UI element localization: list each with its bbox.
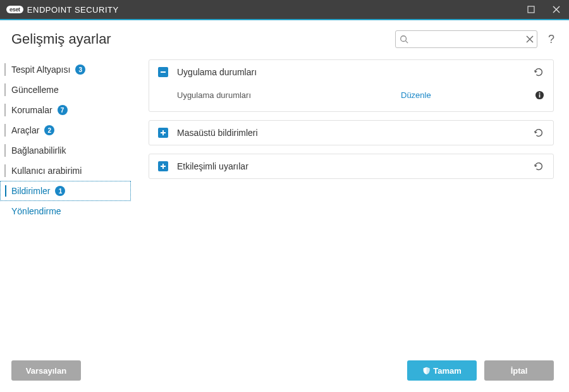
svg-rect-0 xyxy=(528,6,534,13)
footer: Varsayılan Tamam İptal xyxy=(0,352,569,392)
undo-icon xyxy=(533,161,544,172)
close-button[interactable] xyxy=(544,0,569,19)
cancel-button[interactable]: İptal xyxy=(484,360,554,381)
sidebar-item-araclar[interactable]: Araçlar 2 xyxy=(0,120,131,140)
help-button[interactable]: ? xyxy=(545,33,558,46)
panel-header[interactable]: Masaüstü bildirimleri xyxy=(149,121,553,145)
panel-masaustu-bildirimleri: Masaüstü bildirimleri xyxy=(149,120,554,145)
titlebar: eset ENDPOINT SECURITY xyxy=(0,0,569,19)
search-input[interactable] xyxy=(395,30,537,48)
ok-button-label: Tamam xyxy=(433,366,462,376)
content-area: Uygulama durumları Uygulama durumları Dü… xyxy=(136,53,569,352)
sidebar-item-guncelleme[interactable]: Güncelleme xyxy=(0,80,131,100)
sidebar: Tespit Altyapısı 3 Güncelleme Korumalar … xyxy=(0,53,136,352)
undo-icon xyxy=(533,127,544,138)
sidebar-item-label: Kullanıcı arabirimi xyxy=(11,166,82,176)
info-icon xyxy=(535,90,544,100)
panel-body: Uygulama durumları Düzenle xyxy=(149,84,553,111)
setting-label: Uygulama durumları xyxy=(177,90,393,100)
page-title: Gelişmiş ayarlar xyxy=(11,31,395,47)
edit-link[interactable]: Düzenle xyxy=(401,90,527,100)
sidebar-item-label: Güncelleme xyxy=(11,85,59,95)
info-button[interactable] xyxy=(535,90,544,100)
close-icon xyxy=(553,6,560,13)
brand: eset ENDPOINT SECURITY xyxy=(6,5,119,15)
shield-icon xyxy=(422,367,431,375)
minus-icon xyxy=(160,69,166,75)
sidebar-item-label: Yönlendirme xyxy=(11,206,61,216)
panel-uygulama-durumlari: Uygulama durumları Uygulama durumları Dü… xyxy=(149,59,554,112)
maximize-button[interactable] xyxy=(518,0,544,19)
header-row: Gelişmiş ayarlar ? xyxy=(0,20,569,53)
svg-line-4 xyxy=(406,41,408,44)
search-clear-button[interactable] xyxy=(526,35,534,43)
search-icon xyxy=(400,35,408,44)
maximize-icon xyxy=(527,6,535,13)
sidebar-badge: 7 xyxy=(58,105,68,115)
plus-icon xyxy=(160,163,166,169)
expand-toggle[interactable] xyxy=(158,161,168,171)
sidebar-item-kullanici-arabirimi[interactable]: Kullanıcı arabirimi xyxy=(0,161,131,181)
svg-point-3 xyxy=(401,36,407,42)
collapse-toggle[interactable] xyxy=(158,67,168,77)
panel-etkilesimli-uyarilar: Etkileşimli uyarılar xyxy=(149,154,554,179)
sidebar-badge: 3 xyxy=(75,64,85,75)
plus-icon xyxy=(160,130,166,136)
undo-button[interactable] xyxy=(533,161,544,172)
sidebar-item-tespit-altyapisi[interactable]: Tespit Altyapısı 3 xyxy=(0,59,131,80)
undo-button[interactable] xyxy=(533,66,544,78)
sidebar-item-label: Korumalar xyxy=(11,105,52,115)
sidebar-item-label: Bağlanabilirlik xyxy=(11,145,66,156)
panel-title: Masaüstü bildirimleri xyxy=(177,128,524,138)
ok-button[interactable]: Tamam xyxy=(407,360,477,381)
sidebar-badge: 1 xyxy=(55,186,65,196)
svg-point-10 xyxy=(539,92,540,94)
undo-icon xyxy=(533,66,544,78)
panel-header[interactable]: Etkileşimli uyarılar xyxy=(149,154,553,178)
panel-title: Uygulama durumları xyxy=(177,67,524,77)
product-name: ENDPOINT SECURITY xyxy=(27,5,119,15)
sidebar-item-korumalar[interactable]: Korumalar 7 xyxy=(0,100,131,120)
window-controls xyxy=(518,0,569,19)
sidebar-item-label: Araçlar xyxy=(11,125,39,135)
eset-logo: eset xyxy=(6,6,23,13)
panel-header[interactable]: Uygulama durumları xyxy=(149,60,553,84)
svg-rect-9 xyxy=(539,94,541,97)
clear-icon xyxy=(526,35,534,43)
setting-row-uygulama-durumlari: Uygulama durumları Düzenle xyxy=(149,87,553,104)
undo-button[interactable] xyxy=(533,127,544,138)
sidebar-subitem-yonlendirme[interactable]: Yönlendirme xyxy=(0,201,131,221)
panel-title: Etkileşimli uyarılar xyxy=(177,161,524,171)
sidebar-item-baglanabilirlik[interactable]: Bağlanabilirlik xyxy=(0,140,131,161)
defaults-button[interactable]: Varsayılan xyxy=(11,360,81,381)
sidebar-item-label: Tespit Altyapısı xyxy=(11,64,70,75)
sidebar-item-label: Bildirimler xyxy=(11,186,50,196)
sidebar-item-bildirimler[interactable]: Bildirimler 1 xyxy=(0,181,131,201)
search-container xyxy=(395,30,537,48)
sidebar-badge: 2 xyxy=(44,125,54,135)
expand-toggle[interactable] xyxy=(158,128,168,138)
